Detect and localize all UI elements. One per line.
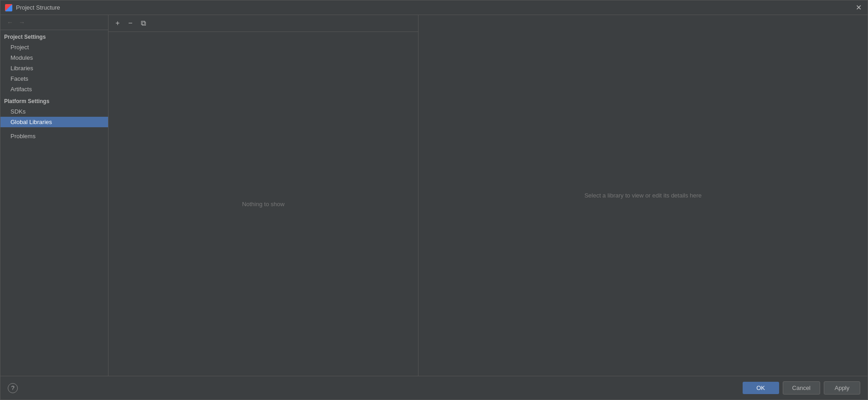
- footer-left: ?: [8, 383, 18, 393]
- ok-button[interactable]: OK: [743, 382, 779, 394]
- footer-right: OK Cancel Apply: [743, 381, 860, 395]
- close-button[interactable]: ✕: [854, 3, 863, 12]
- forward-button[interactable]: →: [17, 18, 27, 27]
- apply-button[interactable]: Apply: [824, 381, 860, 395]
- sidebar-item-facets[interactable]: Facets: [0, 73, 108, 84]
- sidebar-item-project[interactable]: Project: [0, 42, 108, 52]
- cancel-button[interactable]: Cancel: [783, 381, 820, 395]
- nothing-to-show-text: Nothing to show: [242, 201, 284, 208]
- sidebar-item-problems[interactable]: Problems: [0, 131, 108, 141]
- title-bar-left: Project Structure: [5, 4, 60, 11]
- main-area: + − ⧉ Nothing to show Select a library t…: [108, 15, 868, 376]
- dialog-title: Project Structure: [16, 4, 60, 11]
- app-logo-icon: [5, 4, 12, 11]
- project-structure-dialog: Project Structure ✕ ← → Project Settings…: [0, 0, 868, 400]
- project-settings-header: Project Settings: [0, 30, 108, 42]
- back-button[interactable]: ←: [5, 18, 15, 27]
- sidebar-item-global-libraries[interactable]: Global Libraries: [0, 117, 108, 127]
- remove-button[interactable]: −: [125, 18, 136, 29]
- list-panel: + − ⧉ Nothing to show: [108, 15, 418, 376]
- sidebar-separator: [0, 127, 108, 131]
- help-button[interactable]: ?: [8, 383, 18, 393]
- sidebar-nav: ← →: [0, 15, 108, 30]
- sidebar-item-libraries[interactable]: Libraries: [0, 63, 108, 73]
- details-panel: Select a library to view or edit its det…: [418, 15, 868, 376]
- content-area: ← → Project Settings Project Modules Lib…: [0, 15, 868, 376]
- sidebar-item-artifacts[interactable]: Artifacts: [0, 84, 108, 94]
- sidebar-item-modules[interactable]: Modules: [0, 52, 108, 63]
- add-button[interactable]: +: [112, 18, 123, 29]
- list-empty-message: Nothing to show: [108, 32, 418, 376]
- platform-settings-header: Platform Settings: [0, 94, 108, 106]
- list-toolbar: + − ⧉: [108, 15, 418, 32]
- details-empty-message: Select a library to view or edit its det…: [584, 192, 702, 199]
- copy-button[interactable]: ⧉: [138, 18, 149, 29]
- sidebar-item-sdks[interactable]: SDKs: [0, 106, 108, 117]
- sidebar: ← → Project Settings Project Modules Lib…: [0, 15, 108, 376]
- footer: ? OK Cancel Apply: [0, 376, 868, 400]
- title-bar: Project Structure ✕: [0, 0, 868, 15]
